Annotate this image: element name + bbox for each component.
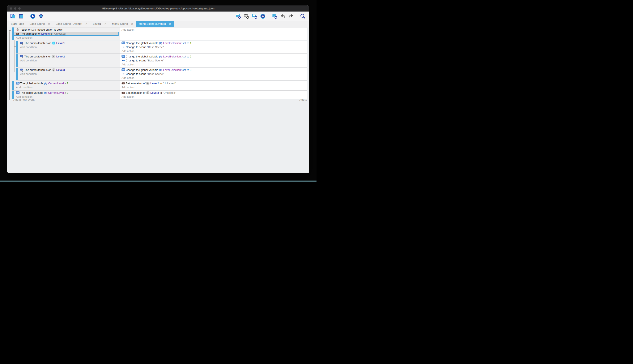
undo-icon [280,14,286,19]
event-handle[interactable] [12,90,14,99]
text-segment: "Unlocked" [53,32,67,35]
text-segment: : [181,42,182,45]
text-segment: The cursor/touch is on [24,42,52,45]
add-new-event-button[interactable]: Add a new event [14,98,35,101]
redo-button[interactable] [288,14,294,19]
actions-column: Set animation of Level3 to "Unlocked"Add… [120,90,307,99]
text-segment: 2 [67,82,68,85]
close-icon[interactable]: ✕ [48,23,50,25]
toolbar-divider [297,14,297,19]
condition-row-selected[interactable]: The animation of Levels is "Unlocked" [14,32,119,36]
text-segment: to [159,91,163,94]
add-comment-icon [252,14,257,19]
lock-icon [146,91,150,94]
add-condition-button[interactable]: Add condition [14,36,120,40]
actions-column: VarChange the global variable {}LevelSel… [120,54,307,67]
zoom-button[interactable] [18,7,21,10]
text-segment: Change the global variable [126,42,159,45]
tab-base-scene[interactable]: Base Scene✕ [27,21,53,27]
action-row[interactable]: Set animation of Level3 to "Unlocked" [120,91,307,95]
minimize-button[interactable] [14,7,16,10]
action-row[interactable]: Set animation of Level2 to "Unlocked" [120,81,307,85]
window-controls [10,7,21,10]
svg-text:}: } [46,92,47,94]
add-action-button[interactable]: Add action [120,95,307,99]
condition-row[interactable]: The cursor/touch is on Level3 [18,68,120,72]
actions-column: VarChange the global variable {}LevelSel… [120,68,307,80]
lock-icon [146,82,150,85]
close-icon[interactable]: ✕ [85,23,88,25]
choose-add-event-button[interactable] [260,14,266,19]
tab-menu-scene-events[interactable]: Menu Scene (Events)✕ [136,21,174,27]
add-subevent-icon [244,14,249,19]
play-preview-button[interactable] [30,14,36,19]
search-icon [300,14,305,19]
condition-row[interactable]: Touch or Left mouse button is down [14,28,120,32]
search-button[interactable] [300,14,305,19]
event-block: VarThe global variable {}CurrentLevel ≥ … [12,90,307,100]
text-segment: Left [31,28,36,31]
tab-label: Start Page [11,22,24,25]
collapse-arrow-icon[interactable] [9,30,11,32]
project-manager-button[interactable] [10,14,16,19]
var-icon: Var [16,82,20,85]
undo-button[interactable] [280,14,286,19]
add-condition-button[interactable]: Add condition [14,85,120,89]
condition-row[interactable]: The cursor/touch is on Level2 [18,54,120,58]
text-segment: The cursor/touch is on [24,55,52,58]
tab-base-scene-events[interactable]: Base Scene (Events)✕ [53,21,90,27]
close-button[interactable] [10,7,12,10]
text-segment: The global variable [20,82,44,85]
tab-label: Menu Scene [112,22,128,25]
action-row[interactable]: VarChange the global variable {}LevelSel… [120,68,307,72]
close-icon[interactable]: ✕ [131,23,133,25]
text-segment: set to [182,42,190,45]
text-segment: 2 [190,55,191,58]
add-event-button[interactable] [235,14,241,19]
add-condition-button[interactable]: Add condition [18,72,120,76]
add-comment-button[interactable] [252,14,257,19]
text-segment: LevelSelection [163,55,181,58]
tab-start-page[interactable]: Start Page [8,21,27,27]
action-row[interactable]: VarChange the global variable {}LevelSel… [120,54,307,58]
event-handle[interactable] [16,41,18,54]
debug-preview-button[interactable] [38,14,44,19]
toolbar-divider [27,14,27,19]
choose-add-event-icon [260,14,266,19]
add-action-button[interactable]: Add action [120,85,307,89]
close-icon[interactable]: ✕ [169,23,171,25]
add-action-button[interactable]: Add action [120,49,307,53]
preview-window-button[interactable] [18,14,24,19]
animation-icon [16,32,20,35]
tab-level1[interactable]: Level1✕ [90,21,109,27]
event-handle[interactable] [12,28,14,40]
add-more-button[interactable]: Add... [299,98,307,101]
action-row[interactable]: Change to scene "Base Scene" [120,58,307,62]
condition-row[interactable]: VarThe global variable {}CurrentLevel ≥ … [14,91,120,95]
condition-row[interactable]: The cursor/touch is on 1Level1 [18,41,120,45]
add-action-button[interactable]: Add action [120,62,307,66]
remove-event-button[interactable] [272,14,277,19]
event-handle[interactable] [12,81,14,90]
event-handle[interactable] [16,54,18,67]
text-segment: mouse button is down [36,28,63,31]
event-handle[interactable] [16,68,18,80]
desktop-background: GDevelop 5 - /Users/dkarakay/Documents/G… [0,0,316,182]
event-block: Touch or Left mouse button is downThe an… [12,27,307,40]
text-segment: CurrentLevel [48,82,64,85]
condition-row[interactable]: VarThe global variable {}CurrentLevel ≥ … [14,81,120,85]
action-row[interactable]: VarChange the global variable {}LevelSel… [120,41,307,45]
text-segment: Levels [41,32,50,35]
scene-icon [122,46,125,49]
add-condition-button[interactable]: Add condition [18,58,120,62]
add-action-button[interactable]: Add action [120,76,307,80]
action-row[interactable]: Change to scene "Base Scene" [120,45,307,49]
text-segment: : [181,68,182,72]
text-segment: LevelSelection [163,42,181,45]
add-condition-button[interactable]: Add condition [18,45,120,49]
add-action-button[interactable]: Add action [120,28,307,32]
action-row[interactable]: Change to scene "Base Scene" [120,72,307,76]
tab-menu-scene[interactable]: Menu Scene✕ [109,21,136,27]
add-subevent-button[interactable] [244,14,249,19]
close-icon[interactable]: ✕ [104,23,106,25]
